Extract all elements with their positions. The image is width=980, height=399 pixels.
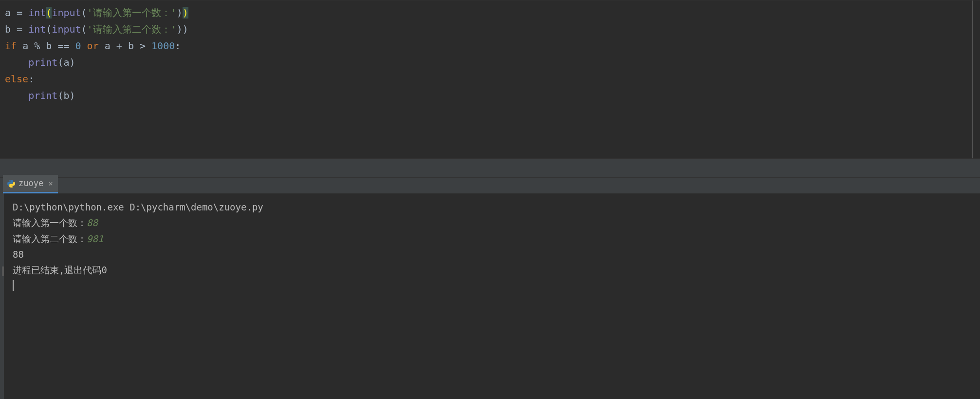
- editor-right-margin: [972, 0, 973, 158]
- code-line-2[interactable]: b = int(input('请输入第二个数：')): [5, 21, 975, 38]
- run-tab-label: zuoye: [18, 176, 43, 190]
- console-user-input-2: 981: [87, 233, 103, 244]
- run-console[interactable]: D:\python\python.exe D:\pycharm\demo\zuo…: [0, 193, 980, 399]
- code-line-1[interactable]: a = int(input('请输入第一个数：')): [5, 4, 975, 21]
- pane-divider[interactable]: [0, 158, 980, 178]
- run-tab-bar: zuoye ×: [0, 178, 980, 193]
- console-gutter: [0, 193, 4, 399]
- close-icon[interactable]: ×: [48, 177, 53, 190]
- code-editor[interactable]: a = int(input('请输入第一个数：')) b = int(input…: [0, 0, 980, 158]
- code-line-3[interactable]: if a % b == 0 or a + b > 1000:: [5, 38, 975, 54]
- text-cursor: [13, 280, 14, 291]
- run-tab-zuoye[interactable]: zuoye ×: [3, 175, 58, 193]
- console-exit-message: 进程已结束,退出代码0: [13, 262, 967, 278]
- console-cursor-line[interactable]: [13, 278, 967, 293]
- console-prompt-1: 请输入第一个数：88: [13, 215, 967, 230]
- console-prompt-2: 请输入第二个数：981: [13, 231, 967, 247]
- console-user-input-1: 88: [87, 217, 98, 228]
- gutter-mark: [2, 266, 4, 276]
- code-line-4[interactable]: print(a): [5, 54, 975, 71]
- python-file-icon: [7, 179, 16, 188]
- console-command: D:\python\python.exe D:\pycharm\demo\zuo…: [13, 199, 967, 215]
- code-line-5[interactable]: else:: [5, 71, 975, 87]
- code-line-6[interactable]: print(b): [5, 87, 975, 104]
- console-output: 88: [13, 247, 967, 262]
